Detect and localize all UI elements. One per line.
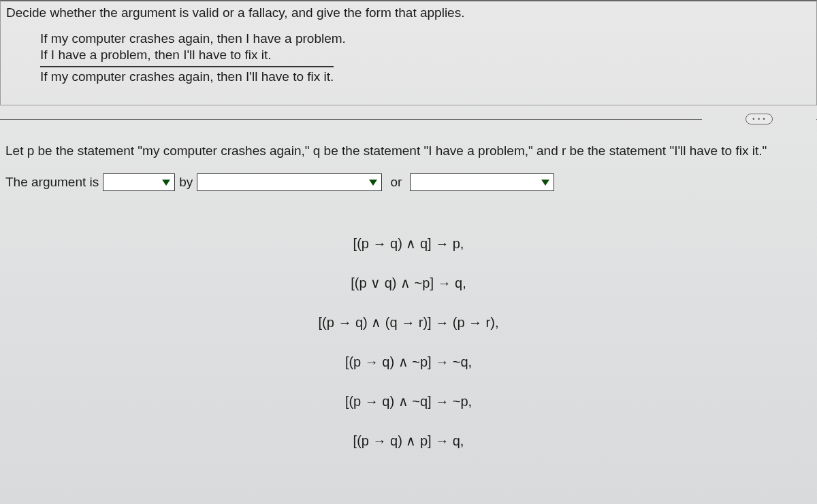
validity-dropdown[interactable]	[103, 173, 175, 191]
premise-2: If I have a problem, then I'll have to f…	[40, 48, 811, 63]
by-text: by	[179, 175, 193, 190]
formula-3: [(p → q) ∧ (q → r)] → (p → r),	[5, 314, 812, 331]
question-prompt: Decide whether the argument is valid or …	[6, 5, 811, 20]
formula-4: [(p → q) ∧ ~p] → ~q,	[5, 354, 812, 370]
ellipsis-button[interactable]: • • •	[746, 114, 773, 124]
formula-2: [(p ∨ q) ∧ ~p] → q,	[5, 275, 812, 291]
section-divider: • • •	[0, 114, 817, 124]
divider-line-left	[0, 119, 702, 120]
or-text: or	[390, 175, 402, 190]
formula-6: [(p → q) ∧ p] → q,	[5, 433, 812, 449]
answer-row: The argument is by or	[5, 173, 812, 191]
formula-5: [(p → q) ∧ ~q] → ~p,	[5, 393, 812, 409]
question-panel: Decide whether the argument is valid or …	[0, 0, 817, 105]
dropdown-icon	[162, 180, 170, 186]
argument-block: If my computer crashes again, then I hav…	[40, 31, 811, 84]
dropdown-icon	[541, 180, 549, 186]
form-dropdown-1[interactable]	[197, 173, 382, 191]
variable-setup: Let p be the statement "my computer cras…	[5, 144, 812, 158]
formula-list: [(p → q) ∧ q] → p, [(p ∨ q) ∧ ~p] → q, […	[5, 235, 812, 449]
dropdown-icon	[369, 180, 377, 186]
conclusion: If my computer crashes again, then I'll …	[40, 66, 334, 84]
answer-lead-text: The argument is	[5, 175, 99, 190]
form-dropdown-2[interactable]	[410, 173, 554, 191]
answer-section: Let p be the statement "my computer cras…	[0, 144, 817, 449]
ellipsis-icon: • • •	[752, 116, 765, 122]
formula-1: [(p → q) ∧ q] → p,	[5, 235, 812, 252]
premise-1: If my computer crashes again, then I hav…	[40, 31, 811, 46]
